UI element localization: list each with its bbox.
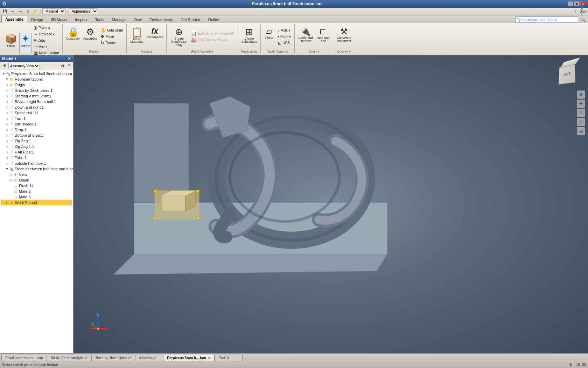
- down-right-toggle[interactable]: ▷: [5, 105, 9, 109]
- material-dropdown[interactable]: Material: [42, 8, 65, 14]
- view-child-toggle[interactable]: ▷: [9, 172, 13, 177]
- create-substitutes-button[interactable]: ⊞ CreateSubstitutes: [240, 26, 259, 47]
- tab-basic20[interactable]: BAsic 20mm streight.ipt: [47, 355, 91, 361]
- orbit-button[interactable]: ⟳: [577, 90, 585, 99]
- mirror-button[interactable]: ⊣Mirror: [32, 43, 60, 50]
- drop1-toggle[interactable]: ▷: [5, 128, 9, 132]
- qat-undo[interactable]: ↩: [9, 8, 16, 15]
- piece-between-toggle[interactable]: ▼: [5, 167, 9, 171]
- 3inch-sides-toggle[interactable]: ▷: [5, 88, 9, 93]
- tree-view-child[interactable]: ▷ 👁 View:: [1, 172, 72, 177]
- place-button[interactable]: 📦 Place: [4, 33, 19, 54]
- filter-button[interactable]: ⚗: [1, 63, 8, 69]
- grip-snap-button[interactable]: ✋Grip Snap: [99, 27, 124, 34]
- zigzag1-toggle[interactable]: ▷: [5, 139, 9, 143]
- tab-assemble[interactable]: Assemble: [1, 16, 27, 23]
- tree-down-right[interactable]: ▷ 📄 Down and right:1: [1, 104, 72, 110]
- tab-get-started[interactable]: Get Started: [177, 16, 204, 23]
- qat-save[interactable]: 💾: [1, 8, 8, 15]
- status-settings-btn[interactable]: ⚙: [568, 362, 574, 368]
- create-ipart-button[interactable]: ⊕ CreateiPart/iAssembly: [169, 26, 189, 47]
- minimize-button[interactable]: ─: [568, 1, 573, 6]
- convert-weldment-button[interactable]: ⚒ Convert toWeldment: [335, 26, 353, 47]
- root-toggle[interactable]: ▼: [1, 71, 6, 76]
- zoom-all-button[interactable]: ⊞: [577, 118, 585, 126]
- tree-zigzag1[interactable]: ▷ 📄 Zig Zag:1: [1, 138, 72, 144]
- tab-perplexus[interactable]: Perplexus 5mm b....iam ✕: [163, 355, 215, 361]
- tab-inspect[interactable]: Inspect: [71, 16, 91, 23]
- basic-ball-toggle[interactable]: ▷: [5, 100, 9, 104]
- point-button[interactable]: •Point ▾: [276, 34, 292, 40]
- tab-design[interactable]: Design: [27, 16, 47, 23]
- tree-halfpipe1[interactable]: ▷ 📄 HAlf Pipe:1: [1, 149, 72, 155]
- tube1-toggle[interactable]: ▷: [5, 156, 9, 160]
- zigzag11-toggle[interactable]: ▷: [5, 144, 9, 149]
- nav-cube[interactable]: LEFT: [555, 59, 583, 87]
- tree-turn-sweep[interactable]: ▷ 📄 turn sweep:1: [1, 121, 72, 127]
- tree-basic-ball[interactable]: ▷ 📄 BAsic stright 5mm ball:1: [1, 99, 72, 104]
- tree-piece-between[interactable]: ▼ 🔩 Piece beetween half pipe and tube:1: [1, 166, 72, 172]
- copy-button[interactable]: ⎘Copy: [32, 37, 60, 43]
- axis-button[interactable]: ↕Axis ▾: [276, 27, 292, 34]
- qat-redo[interactable]: ↪: [17, 8, 24, 15]
- origin-child-toggle[interactable]: ▷: [9, 178, 13, 182]
- tab-part10[interactable]: Part10: [215, 355, 243, 361]
- plane-button[interactable]: ▱ Plane: [263, 26, 275, 47]
- tree-tube1[interactable]: ▷ 📄 Tube:1: [1, 155, 72, 161]
- qat-open[interactable]: 📂: [32, 8, 39, 15]
- settings-button[interactable]: ⚙: [59, 63, 66, 69]
- tree-spiral[interactable]: ▷ 📄 Spiral trial 1:1: [1, 110, 72, 116]
- search-button[interactable]: 🔍: [580, 16, 587, 23]
- tree-flush14[interactable]: ⊡ Flush:14: [1, 183, 72, 189]
- restore-button[interactable]: ▣: [574, 1, 580, 6]
- tab-environments[interactable]: Environments: [146, 16, 177, 23]
- outside-half-toggle[interactable]: ▷: [5, 161, 9, 165]
- tree-starting-v[interactable]: ▷ 📄 Starting v mm 5mm:1: [1, 93, 72, 99]
- tab-view[interactable]: View: [130, 16, 146, 23]
- representations-toggle[interactable]: ▼: [5, 77, 9, 81]
- bom-button[interactable]: 📋 Bill ofMaterials: [129, 26, 145, 47]
- tree-3inch-sides[interactable]: ▷ 📄 3inch by 3inch sides:1: [1, 88, 72, 93]
- ucs-button[interactable]: ⊾UCS: [276, 40, 292, 46]
- tab-manage[interactable]: Manage: [108, 16, 130, 23]
- tree-drop1[interactable]: ▷ 📄 Drop:1: [1, 127, 72, 132]
- tree-bottom-drop[interactable]: ▷ 📄 Bottom of drop:1: [1, 132, 72, 138]
- tree-representations[interactable]: ▼ 📁 Representations: [1, 76, 72, 82]
- viewport[interactable]: LEFT ⟳ ✥ ⊕ ⊞ ◎: [74, 55, 588, 353]
- qat-sign-in[interactable]: 👤 Sign In: [580, 8, 587, 15]
- tree-zigzag11[interactable]: ▷ 📄 Zig Zag 1:1: [1, 144, 72, 149]
- constrain-button[interactable]: 🔒 Constrain: [65, 26, 81, 47]
- assemble-button[interactable]: ⚙ Assemble: [82, 26, 99, 47]
- tree-origin-child[interactable]: ▷ 📁 Origin: [1, 177, 72, 183]
- edit-factory-button[interactable]: 🏭Edit Factory Scope: [190, 37, 235, 43]
- tab-tools[interactable]: Tools: [91, 16, 108, 23]
- cable-harness-button[interactable]: 🔌 Cable andHarness: [297, 26, 314, 47]
- view-selector[interactable]: Assembly View: [8, 63, 40, 69]
- workplane3-toggle[interactable]: ▷: [5, 200, 9, 205]
- halfpipe1-toggle[interactable]: ▷: [5, 150, 9, 154]
- model-panel-close[interactable]: ✕: [68, 56, 71, 61]
- origin-toggle[interactable]: ▷: [5, 83, 9, 87]
- pan-button[interactable]: ✥: [577, 100, 585, 108]
- tab-3inch-sides[interactable]: 3inch by 3inch sides.ipt: [91, 355, 135, 361]
- zoom-button[interactable]: ⊕: [577, 109, 585, 117]
- tree-mate3[interactable]: ⊡ Mate:3: [1, 194, 72, 200]
- starting-v-toggle[interactable]: ▷: [5, 94, 9, 98]
- tab-3dmodel[interactable]: 3D Model: [47, 16, 71, 23]
- tab-perplexus-close[interactable]: ✕: [208, 356, 211, 360]
- turn1-toggle[interactable]: ▷: [5, 116, 9, 121]
- rotate-button[interactable]: ↻Rotate: [99, 40, 124, 46]
- tree-turn1[interactable]: ▷ 📄 Turn:1: [1, 116, 72, 121]
- create-button[interactable]: ✦ Create: [19, 33, 31, 54]
- tab-online[interactable]: Online: [204, 16, 223, 23]
- search-input[interactable]: [515, 16, 578, 23]
- qat-help[interactable]: ?: [572, 8, 579, 15]
- move-button[interactable]: ✥Move: [99, 34, 124, 40]
- tab-pistol[interactable]: Pistol undermount....iam: [1, 355, 47, 361]
- help-button[interactable]: ?: [66, 63, 71, 69]
- edit-spreadsheet-button[interactable]: 📊Edit using Spreadsheet: [190, 30, 235, 37]
- turn-sweep-toggle[interactable]: ▷: [5, 122, 9, 126]
- tree-outside-half[interactable]: ▷ 📄 outside half pipe:1: [1, 161, 72, 166]
- tree-workplane3[interactable]: ▷ ▱ Work Plane3: [1, 200, 72, 205]
- bottom-drop-toggle[interactable]: ▷: [5, 133, 9, 137]
